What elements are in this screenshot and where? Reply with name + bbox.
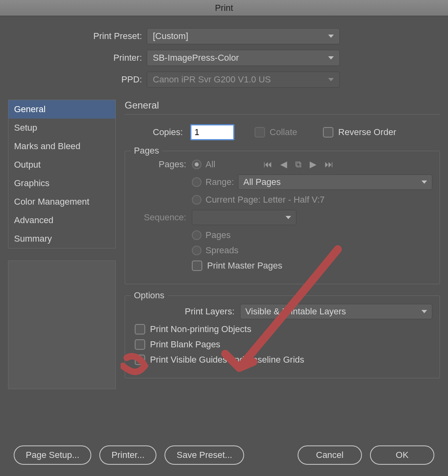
page-preview: [8, 261, 116, 389]
pages-fieldset: Pages Pages: All ⏮ ◀ ⧉ ▶ ⏭ Range: All P: [125, 151, 440, 284]
panel-heading: General: [125, 100, 440, 115]
chevron-down-icon: [328, 56, 334, 60]
reverse-order-checkbox[interactable]: [323, 127, 333, 137]
sidebar-item-summary[interactable]: Summary: [8, 230, 115, 248]
ppd-value: Canon iPR Svr G200 V1.0 US: [153, 74, 271, 85]
print-preset-value: [Custom]: [153, 31, 188, 41]
window-title: Print: [215, 3, 233, 13]
print-guides-label: Print Visible Guides and Baseline Grids: [150, 355, 304, 365]
pages-radio-label: Pages: [206, 230, 230, 240]
next-page-icon[interactable]: ▶: [310, 159, 316, 170]
spreads-radio[interactable]: [192, 246, 201, 255]
range-dropdown[interactable]: All Pages: [238, 174, 432, 190]
print-layers-label: Print Layers:: [132, 306, 240, 317]
chevron-down-icon: [421, 310, 427, 313]
printer-dropdown[interactable]: SB-ImagePress-Color: [147, 50, 340, 66]
print-layers-value: Visible & Printable Layers: [245, 306, 346, 317]
print-master-checkbox[interactable]: [192, 261, 202, 271]
pages-all-label: All: [206, 159, 215, 170]
sequence-label: Sequence:: [132, 212, 192, 223]
copies-label: Copies:: [153, 127, 183, 137]
cancel-button[interactable]: Cancel: [298, 445, 362, 465]
printer-button[interactable]: Printer...: [99, 445, 156, 465]
printer-value: SB-ImagePress-Color: [153, 53, 239, 63]
print-nonprinting-label: Print Non-printing Objects: [150, 324, 251, 334]
pages-range-radio[interactable]: [192, 177, 201, 187]
sidebar-item-setup[interactable]: Setup: [8, 119, 115, 137]
chevron-down-icon: [286, 216, 291, 219]
spreads-label: Spreads: [206, 245, 238, 256]
current-page-radio[interactable]: [192, 195, 201, 205]
print-blank-checkbox[interactable]: [135, 339, 145, 350]
copies-input[interactable]: [190, 124, 234, 140]
pages-all-radio[interactable]: [192, 160, 201, 169]
print-nonprinting-checkbox[interactable]: [135, 324, 145, 334]
sidebar-item-output[interactable]: Output: [8, 156, 115, 174]
pages-range-label: Range:: [206, 177, 234, 187]
current-page-label: Current Page: Letter - Half V:7: [206, 195, 325, 205]
pages-radio[interactable]: [192, 230, 201, 240]
chevron-down-icon: [328, 78, 334, 81]
collate-label: Collate: [270, 127, 297, 137]
chevron-down-icon: [328, 35, 334, 38]
print-preset-dropdown[interactable]: [Custom]: [147, 28, 340, 44]
prev-page-icon[interactable]: ◀: [280, 159, 287, 170]
pages-legend: Pages: [131, 146, 162, 156]
spread-icon[interactable]: ⧉: [295, 159, 302, 170]
save-preset-button[interactable]: Save Preset...: [164, 445, 244, 465]
page-navigation: ⏮ ◀ ⧉ ▶ ⏭: [263, 159, 333, 170]
sidebar-item-graphics[interactable]: Graphics: [8, 174, 115, 193]
chevron-down-icon: [421, 181, 427, 184]
ok-button[interactable]: OK: [370, 445, 434, 465]
sidebar-item-marks-bleed[interactable]: Marks and Bleed: [8, 137, 115, 156]
collate-checkbox: [255, 127, 265, 137]
range-value: All Pages: [243, 177, 281, 187]
ppd-label: PPD:: [8, 74, 147, 85]
printer-label: Printer:: [8, 53, 147, 63]
category-sidebar: General Setup Marks and Bleed Output Gra…: [8, 100, 116, 248]
sidebar-item-color-management[interactable]: Color Management: [8, 193, 115, 211]
options-legend: Options: [131, 290, 168, 301]
print-blank-label: Print Blank Pages: [150, 339, 220, 350]
ppd-dropdown: Canon iPR Svr G200 V1.0 US: [147, 72, 340, 88]
pages-label: Pages:: [132, 159, 192, 170]
first-page-icon[interactable]: ⏮: [263, 159, 272, 170]
last-page-icon[interactable]: ⏭: [325, 159, 333, 170]
sequence-dropdown: [192, 210, 296, 225]
sidebar-item-general[interactable]: General: [8, 100, 115, 119]
print-guides-checkbox[interactable]: [135, 355, 145, 365]
options-fieldset: Options Print Layers: Visible & Printabl…: [125, 295, 440, 378]
window-titlebar: Print: [0, 0, 448, 16]
print-layers-dropdown[interactable]: Visible & Printable Layers: [240, 304, 432, 319]
page-setup-button[interactable]: Page Setup...: [14, 445, 91, 465]
print-master-label: Print Master Pages: [207, 261, 282, 271]
sidebar-item-advanced[interactable]: Advanced: [8, 211, 115, 230]
reverse-order-label: Reverse Order: [338, 127, 396, 137]
print-preset-label: Print Preset:: [8, 31, 147, 41]
